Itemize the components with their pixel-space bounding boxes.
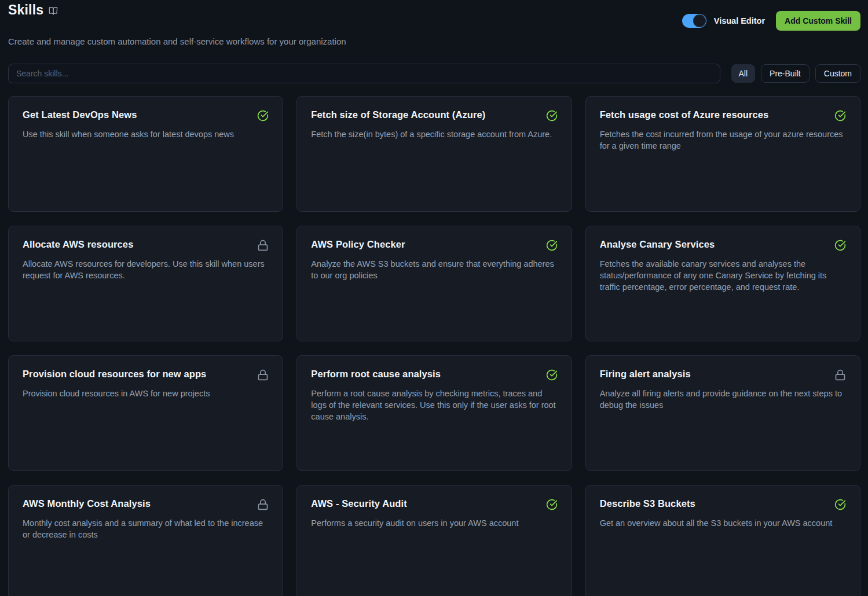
skill-title: Firing alert analysis bbox=[600, 369, 691, 380]
page-header: Skills Visual Editor Add Custom Skill bbox=[8, 2, 860, 31]
check-circle-icon bbox=[546, 109, 558, 122]
filter-group: AllPre-BuiltCustom bbox=[731, 64, 860, 83]
filter-button-custom[interactable]: Custom bbox=[815, 64, 860, 83]
skill-description: Monthly cost analysis and a summary of w… bbox=[23, 517, 269, 540]
title-wrap: Skills bbox=[8, 2, 58, 18]
card-head: Fetch usage cost of Azure resources bbox=[600, 109, 846, 122]
check-circle-icon bbox=[257, 109, 269, 122]
skill-title: AWS Policy Checker bbox=[311, 239, 405, 250]
skill-title: Fetch usage cost of Azure resources bbox=[600, 109, 769, 120]
skill-card[interactable]: Firing alert analysisAnalyze all firing … bbox=[585, 355, 860, 471]
skills-page: Skills Visual Editor Add Custom Skill Cr… bbox=[0, 0, 868, 596]
visual-editor-label: Visual Editor bbox=[714, 16, 765, 25]
header-actions: Visual Editor Add Custom Skill bbox=[682, 11, 860, 31]
search-input[interactable] bbox=[8, 64, 720, 83]
skill-card[interactable]: Perform root cause analysisPerform a roo… bbox=[296, 355, 572, 471]
lock-icon bbox=[257, 498, 269, 510]
card-head: Analyse Canary Services bbox=[600, 239, 846, 251]
skill-title: Fetch size of Storage Account (Azure) bbox=[311, 109, 485, 120]
skill-title: Describe S3 Buckets bbox=[600, 498, 695, 509]
skill-card[interactable]: AWS Policy CheckerAnalyze the AWS S3 buc… bbox=[296, 226, 572, 341]
page-subtitle: Create and manage custom automation and … bbox=[8, 36, 860, 46]
skill-title: AWS Monthly Cost Analysis bbox=[23, 498, 151, 509]
skill-title: AWS - Security Audit bbox=[311, 498, 407, 509]
skill-description: Fetches the cost incurred from the usage… bbox=[600, 128, 846, 152]
check-circle-icon bbox=[834, 498, 846, 510]
lock-icon bbox=[257, 369, 269, 381]
visual-editor-toggle[interactable] bbox=[682, 14, 706, 28]
skill-card[interactable]: Provision cloud resources for new appsPr… bbox=[8, 355, 283, 471]
skill-description: Perform a root cause analysis by checkin… bbox=[311, 388, 557, 422]
skill-card[interactable]: Fetch size of Storage Account (Azure)Fet… bbox=[296, 96, 572, 212]
skill-description: Use this skill when someone asks for lat… bbox=[23, 128, 269, 140]
card-head: Describe S3 Buckets bbox=[600, 498, 846, 510]
toggle-knob bbox=[693, 14, 706, 27]
skill-description: Analyze the AWS S3 buckets and ensure th… bbox=[311, 258, 557, 281]
card-head: AWS Policy Checker bbox=[311, 239, 557, 251]
skill-title: Allocate AWS resources bbox=[23, 239, 133, 250]
card-head: Allocate AWS resources bbox=[23, 239, 269, 251]
skill-description: Allocate AWS resources for developers. U… bbox=[23, 258, 269, 281]
skill-title: Provision cloud resources for new apps bbox=[23, 369, 206, 380]
skill-description: Get an overview about all the S3 buckets… bbox=[600, 517, 846, 529]
skill-description: Provision cloud resources in AWS for new… bbox=[23, 388, 269, 399]
filter-button-all[interactable]: All bbox=[731, 64, 756, 83]
skill-card[interactable]: Fetch usage cost of Azure resourcesFetch… bbox=[585, 96, 860, 212]
card-head: Firing alert analysis bbox=[600, 369, 846, 381]
skill-card[interactable]: Get Latest DevOps NewsUse this skill whe… bbox=[8, 96, 283, 212]
check-circle-icon bbox=[834, 239, 846, 251]
card-head: Provision cloud resources for new apps bbox=[23, 369, 269, 381]
skill-card[interactable]: Describe S3 BucketsGet an overview about… bbox=[585, 485, 860, 596]
check-circle-icon bbox=[546, 239, 558, 251]
check-circle-icon bbox=[546, 369, 558, 381]
skill-title: Get Latest DevOps News bbox=[23, 109, 137, 120]
controls-row: AllPre-BuiltCustom bbox=[8, 64, 860, 83]
skill-card[interactable]: Analyse Canary ServicesFetches the avail… bbox=[585, 226, 860, 341]
skill-card[interactable]: Allocate AWS resourcesAllocate AWS resou… bbox=[8, 226, 283, 341]
book-open-icon bbox=[49, 5, 58, 16]
card-head: Get Latest DevOps News bbox=[23, 109, 269, 122]
card-head: AWS Monthly Cost Analysis bbox=[23, 498, 269, 510]
skill-card[interactable]: AWS Monthly Cost AnalysisMonthly cost an… bbox=[8, 485, 283, 596]
page-title: Skills bbox=[8, 2, 43, 18]
check-circle-icon bbox=[834, 109, 846, 122]
skill-title: Analyse Canary Services bbox=[600, 239, 715, 250]
lock-icon bbox=[834, 369, 846, 381]
skill-description: Fetch the size(in bytes) of a specific s… bbox=[311, 128, 557, 140]
skill-description: Performs a security audit on users in yo… bbox=[311, 517, 557, 529]
add-custom-skill-button[interactable]: Add Custom Skill bbox=[776, 11, 860, 31]
skills-grid: Get Latest DevOps NewsUse this skill whe… bbox=[8, 96, 860, 596]
skill-description: Fetches the available canary services an… bbox=[600, 258, 846, 293]
card-head: Fetch size of Storage Account (Azure) bbox=[311, 109, 557, 122]
card-head: Perform root cause analysis bbox=[311, 369, 557, 381]
skill-card[interactable]: AWS - Security AuditPerforms a security … bbox=[296, 485, 572, 596]
card-head: AWS - Security Audit bbox=[311, 498, 557, 510]
skill-description: Analyze all firing alerts and provide gu… bbox=[600, 388, 846, 411]
check-circle-icon bbox=[546, 498, 558, 510]
filter-button-pre-built[interactable]: Pre-Built bbox=[761, 64, 810, 83]
skill-title: Perform root cause analysis bbox=[311, 369, 441, 380]
lock-icon bbox=[257, 239, 269, 251]
